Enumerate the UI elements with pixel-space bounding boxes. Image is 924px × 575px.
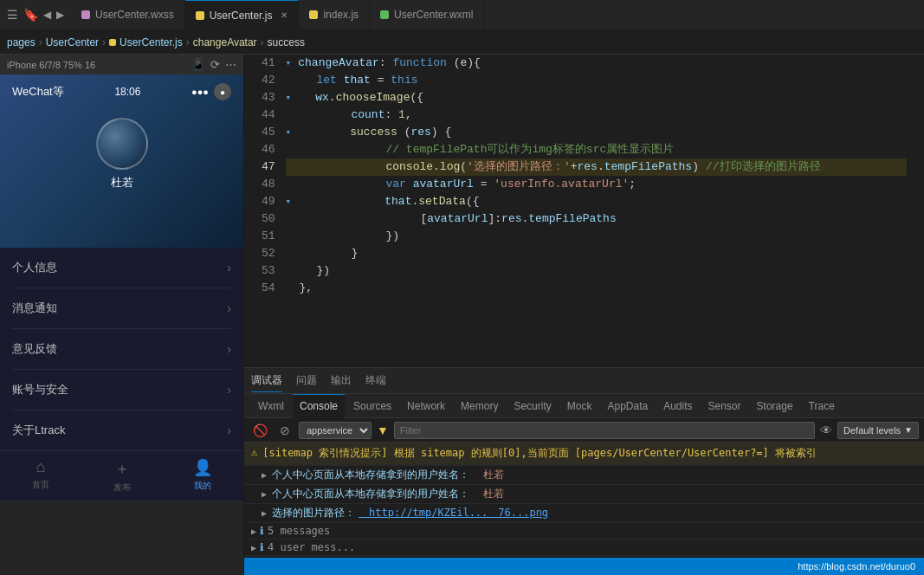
- level-chevron: ▼: [904, 425, 913, 435]
- ln-48: 48: [262, 176, 275, 193]
- warn-icon: ⚠: [251, 446, 257, 458]
- tab-index-label: index.js: [323, 9, 359, 21]
- count-5msg: 5 messages: [268, 525, 917, 537]
- fold-45[interactable]: ▾: [286, 124, 292, 141]
- menu-item-notify[interactable]: 消息通知 ›: [12, 288, 231, 329]
- code-line-51: ▾ }): [286, 228, 907, 245]
- devtools-security[interactable]: Security: [507, 394, 558, 418]
- console-group-5msg[interactable]: ▶ ℹ 5 messages: [244, 523, 924, 539]
- devtools-console[interactable]: Console: [293, 394, 345, 418]
- back-icon[interactable]: ◀: [43, 9, 51, 21]
- code-line-45: ▾ success (res) {: [286, 124, 907, 141]
- devtools-sources[interactable]: Sources: [346, 394, 398, 418]
- sitemap-warning: ⚠ [sitemap 索引情况提示] 根据 sitemap 的规则[0],当前页…: [244, 443, 924, 465]
- code-line-53: ▾ }): [286, 262, 907, 280]
- fold-43[interactable]: ▾: [286, 89, 292, 107]
- devtools-appdata[interactable]: AppData: [600, 394, 655, 418]
- log-label-2: 个人中心页面从本地存储拿到的用户姓名：: [272, 487, 469, 501]
- home-icon: ⌂: [36, 458, 45, 476]
- menu-label-account: 账号与安全: [12, 382, 68, 397]
- debug-tabs: 调试器 问题 输出 终端: [244, 368, 924, 394]
- tab-index[interactable]: index.js: [299, 0, 370, 30]
- wechat-time: 18:06: [114, 86, 140, 98]
- code-line-44: ▾ count: 1,: [286, 107, 907, 124]
- clear-console-btn[interactable]: 🚫: [249, 422, 271, 439]
- devtools-audits[interactable]: Audits: [656, 394, 699, 418]
- log-value-1: 杜若: [473, 468, 504, 482]
- forward-icon[interactable]: ▶: [56, 9, 64, 21]
- debug-tab-output[interactable]: 输出: [331, 370, 352, 391]
- debug-tab-terminal[interactable]: 终端: [365, 370, 386, 391]
- device-label: iPhone 6/7/8 75% 16: [7, 60, 95, 70]
- devtools-trace[interactable]: Trace: [802, 394, 842, 418]
- nav-home[interactable]: ⌂ 首页: [0, 458, 81, 494]
- devtools-storage[interactable]: Storage: [750, 394, 800, 418]
- css-icon: [81, 10, 90, 19]
- bottom-nav: ⌂ 首页 ＋ 发布 👤 我的: [0, 450, 243, 501]
- tab-bar: ☰ 🔖 ◀ ▶ UserCenter.wxss UserCenter.js ✕ …: [0, 0, 924, 30]
- breadcrumb: pages › UserCenter › UserCenter.js › cha…: [0, 30, 924, 55]
- code-line-46: ▾ // tempFilePath可以作为img标签的src属性显示图片: [286, 141, 907, 158]
- tab-wxss[interactable]: UserCenter.wxss: [71, 0, 185, 30]
- nav-mine[interactable]: 👤 我的: [162, 458, 243, 494]
- ln-54: 54: [262, 280, 275, 297]
- toggle-icon[interactable]: ●: [214, 83, 231, 100]
- js-icon2: [309, 10, 318, 19]
- debug-tab-issues[interactable]: 问题: [296, 370, 317, 391]
- log-line-2: ▶ 个人中心页面从本地存储拿到的用户姓名： 杜若: [244, 485, 924, 504]
- sidebar-toggle-icon[interactable]: ☰: [7, 8, 18, 22]
- eye-icon[interactable]: 👁: [820, 423, 832, 437]
- expand-3[interactable]: ▶: [262, 508, 267, 518]
- level-select[interactable]: Default levels ▼: [837, 422, 919, 439]
- ln-50: 50: [262, 210, 275, 228]
- menu-item-feedback[interactable]: 意见反馈 ›: [12, 329, 231, 370]
- breadcrumb-file[interactable]: UserCenter.js: [120, 36, 183, 48]
- bookmark-icon[interactable]: 🔖: [23, 8, 38, 22]
- filter-input[interactable]: [394, 422, 815, 439]
- code-line-47: ▾ console.log('选择的图片路径：'+res.tempFilePat…: [286, 158, 907, 176]
- log-value-2: 杜若: [473, 487, 504, 501]
- count-4user: 4 user mess...: [268, 541, 917, 553]
- log-line-3: ▶ 选择的图片路径： http://tmp/KZEil... 76...png: [244, 504, 924, 523]
- devtools-sensor[interactable]: Sensor: [701, 394, 748, 418]
- devtools-mock[interactable]: Mock: [560, 394, 599, 418]
- fold-41[interactable]: ▾: [286, 55, 292, 72]
- console-toolbar: 🚫 ⊘ appservice ▼ 👁 Default levels ▼: [244, 418, 924, 443]
- log-label-1: 个人中心页面从本地存储拿到的用户姓名：: [272, 468, 469, 482]
- menu-item-account[interactable]: 账号与安全 ›: [12, 370, 231, 410]
- devtools-memory[interactable]: Memory: [454, 394, 505, 418]
- tab-wxml[interactable]: UserCenter.wxml: [370, 0, 484, 30]
- debug-tab-debugger[interactable]: 调试器: [251, 370, 282, 392]
- wechat-label: WeChat等: [12, 84, 64, 100]
- wxml-icon: [380, 10, 389, 19]
- sep4: ›: [261, 36, 264, 48]
- tab-wxml-label: UserCenter.wxml: [394, 9, 473, 21]
- chevron-icon-account: ›: [227, 383, 231, 397]
- preserve-log-btn[interactable]: ⊘: [276, 422, 294, 439]
- log-link-3[interactable]: http://tmp/KZEil... 76...png: [359, 506, 548, 520]
- ln-43: 43: [262, 89, 275, 107]
- expand-1[interactable]: ▶: [262, 470, 267, 480]
- tab-close-js[interactable]: ✕: [281, 10, 288, 20]
- devtools-network[interactable]: Network: [400, 394, 452, 418]
- nav-publish[interactable]: ＋ 发布: [81, 458, 163, 494]
- code-line-42: ▾ let that = this: [286, 72, 907, 89]
- menu-item-about[interactable]: 关于Ltrack ›: [12, 410, 231, 450]
- menu-item-profile[interactable]: 个人信息 ›: [12, 248, 231, 288]
- nav-mine-label: 我的: [194, 480, 211, 492]
- console-group-4user[interactable]: ▶ ℹ 4 user mess...: [244, 539, 924, 556]
- service-select[interactable]: appservice: [299, 422, 372, 439]
- code-line-54: ▾ },: [286, 280, 907, 297]
- devtools-wxml[interactable]: Wxml: [251, 394, 291, 418]
- code-line-43: ▾ wx.chooseImage({: [286, 89, 907, 107]
- menu-label-profile: 个人信息: [12, 260, 57, 275]
- ln-45: 45: [262, 124, 275, 141]
- plus-icon: ＋: [114, 458, 130, 479]
- fold-49[interactable]: ▾: [286, 193, 292, 210]
- breadcrumb-pages[interactable]: pages: [7, 36, 36, 48]
- user-icon: 👤: [193, 458, 212, 477]
- expand-2[interactable]: ▶: [262, 489, 267, 499]
- breadcrumb-usercenter[interactable]: UserCenter: [46, 36, 99, 48]
- menu-label-feedback: 意见反馈: [12, 341, 57, 357]
- tab-js[interactable]: UserCenter.js ✕: [185, 0, 300, 30]
